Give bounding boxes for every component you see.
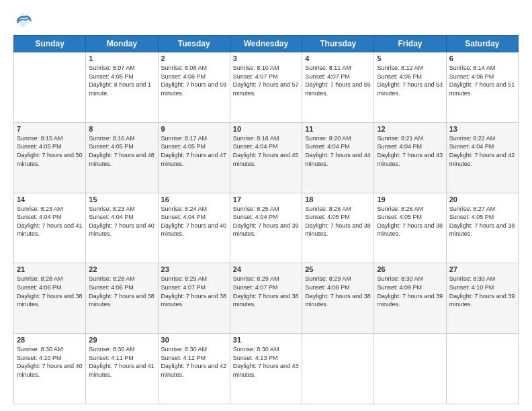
sunrise-text: Sunrise: 8:20 AM bbox=[305, 135, 351, 142]
daylight-text: Daylight: 7 hours and 40 minutes. bbox=[17, 363, 83, 378]
day-info: Sunrise: 8:10 AM Sunset: 4:07 PM Dayligh… bbox=[233, 64, 299, 97]
calendar-cell: 15 Sunrise: 8:23 AM Sunset: 4:04 PM Dayl… bbox=[86, 193, 158, 263]
day-info: Sunrise: 8:22 AM Sunset: 4:04 PM Dayligh… bbox=[449, 134, 515, 168]
daylight-text: Daylight: 7 hours and 38 minutes. bbox=[377, 222, 443, 238]
sunset-text: Sunset: 4:10 PM bbox=[17, 355, 62, 361]
sunrise-text: Sunrise: 8:26 AM bbox=[305, 205, 351, 212]
day-number: 23 bbox=[161, 265, 227, 273]
day-info: Sunrise: 8:15 AM Sunset: 4:05 PM Dayligh… bbox=[17, 134, 83, 168]
day-info: Sunrise: 8:29 AM Sunset: 4:07 PM Dayligh… bbox=[161, 275, 227, 308]
daylight-text: Daylight: 7 hours and 42 minutes. bbox=[449, 152, 515, 167]
day-number: 30 bbox=[161, 336, 227, 344]
calendar-cell: 17 Sunrise: 8:25 AM Sunset: 4:04 PM Dayl… bbox=[230, 193, 302, 263]
calendar-day-header: Tuesday bbox=[158, 36, 230, 52]
sunrise-text: Sunrise: 8:30 AM bbox=[17, 346, 63, 353]
sunrise-text: Sunrise: 8:12 AM bbox=[377, 64, 423, 71]
sunset-text: Sunset: 4:06 PM bbox=[89, 284, 134, 291]
calendar-cell: 26 Sunrise: 8:30 AM Sunset: 4:09 PM Dayl… bbox=[374, 263, 446, 334]
day-info: Sunrise: 8:26 AM Sunset: 4:05 PM Dayligh… bbox=[305, 205, 371, 238]
daylight-text: Daylight: 7 hours and 55 minutes. bbox=[305, 81, 371, 97]
sunset-text: Sunset: 4:04 PM bbox=[17, 214, 62, 220]
calendar-cell: 25 Sunrise: 8:29 AM Sunset: 4:08 PM Dayl… bbox=[302, 263, 374, 334]
day-info: Sunrise: 8:30 AM Sunset: 4:09 PM Dayligh… bbox=[377, 275, 443, 308]
day-number: 4 bbox=[305, 54, 371, 62]
calendar-week-row: 7 Sunrise: 8:15 AM Sunset: 4:05 PM Dayli… bbox=[14, 122, 519, 193]
sunrise-text: Sunrise: 8:28 AM bbox=[17, 275, 63, 282]
day-number: 26 bbox=[377, 265, 443, 273]
sunset-text: Sunset: 4:05 PM bbox=[377, 214, 422, 220]
daylight-text: Daylight: 7 hours and 44 minutes. bbox=[305, 152, 371, 167]
calendar-cell bbox=[302, 334, 374, 404]
calendar-cell: 19 Sunrise: 8:26 AM Sunset: 4:05 PM Dayl… bbox=[374, 193, 446, 263]
calendar-week-row: 28 Sunrise: 8:30 AM Sunset: 4:10 PM Dayl… bbox=[14, 334, 519, 404]
daylight-text: Daylight: 7 hours and 40 minutes. bbox=[89, 222, 154, 238]
calendar-cell: 31 Sunrise: 8:30 AM Sunset: 4:13 PM Dayl… bbox=[230, 334, 302, 404]
day-info: Sunrise: 8:08 AM Sunset: 4:08 PM Dayligh… bbox=[161, 64, 227, 97]
sunrise-text: Sunrise: 8:30 AM bbox=[233, 346, 279, 353]
calendar-cell bbox=[374, 334, 446, 404]
sunset-text: Sunset: 4:05 PM bbox=[17, 143, 62, 150]
day-info: Sunrise: 8:30 AM Sunset: 4:11 PM Dayligh… bbox=[89, 345, 154, 379]
day-info: Sunrise: 8:21 AM Sunset: 4:04 PM Dayligh… bbox=[377, 134, 443, 168]
sunset-text: Sunset: 4:04 PM bbox=[89, 214, 134, 220]
daylight-text: Daylight: 7 hours and 47 minutes. bbox=[161, 152, 227, 167]
sunset-text: Sunset: 4:08 PM bbox=[161, 73, 206, 80]
day-number: 29 bbox=[89, 336, 154, 344]
calendar-cell: 3 Sunrise: 8:10 AM Sunset: 4:07 PM Dayli… bbox=[230, 52, 302, 123]
calendar-cell: 23 Sunrise: 8:29 AM Sunset: 4:07 PM Dayl… bbox=[158, 263, 230, 334]
sunrise-text: Sunrise: 8:28 AM bbox=[89, 275, 135, 282]
calendar-cell: 13 Sunrise: 8:22 AM Sunset: 4:04 PM Dayl… bbox=[446, 122, 518, 193]
sunrise-text: Sunrise: 8:23 AM bbox=[17, 205, 63, 212]
day-number: 12 bbox=[377, 125, 443, 133]
day-info: Sunrise: 8:23 AM Sunset: 4:04 PM Dayligh… bbox=[89, 205, 154, 238]
day-info: Sunrise: 8:28 AM Sunset: 4:06 PM Dayligh… bbox=[89, 275, 154, 308]
day-info: Sunrise: 8:30 AM Sunset: 4:10 PM Dayligh… bbox=[17, 345, 83, 379]
day-info: Sunrise: 8:14 AM Sunset: 4:06 PM Dayligh… bbox=[449, 64, 515, 97]
calendar-cell: 24 Sunrise: 8:29 AM Sunset: 4:07 PM Dayl… bbox=[230, 263, 302, 334]
calendar-cell bbox=[446, 334, 518, 404]
calendar-cell: 12 Sunrise: 8:21 AM Sunset: 4:04 PM Dayl… bbox=[374, 122, 446, 193]
daylight-text: Daylight: 7 hours and 41 minutes. bbox=[17, 222, 83, 238]
day-number: 27 bbox=[449, 265, 515, 273]
daylight-text: Daylight: 7 hours and 38 minutes. bbox=[449, 222, 515, 238]
sunrise-text: Sunrise: 8:07 AM bbox=[89, 64, 135, 71]
daylight-text: Daylight: 7 hours and 39 minutes. bbox=[377, 293, 443, 308]
sunset-text: Sunset: 4:04 PM bbox=[377, 143, 422, 150]
day-number: 3 bbox=[233, 54, 299, 62]
day-number: 1 bbox=[89, 54, 154, 62]
daylight-text: Daylight: 7 hours and 41 minutes. bbox=[89, 363, 154, 378]
calendar-cell: 11 Sunrise: 8:20 AM Sunset: 4:04 PM Dayl… bbox=[302, 122, 374, 193]
sunset-text: Sunset: 4:11 PM bbox=[89, 355, 134, 361]
daylight-text: Daylight: 7 hours and 43 minutes. bbox=[377, 152, 443, 167]
calendar-cell: 6 Sunrise: 8:14 AM Sunset: 4:06 PM Dayli… bbox=[446, 52, 518, 123]
day-number: 8 bbox=[89, 125, 154, 133]
day-info: Sunrise: 8:29 AM Sunset: 4:08 PM Dayligh… bbox=[305, 275, 371, 308]
header bbox=[13, 11, 519, 30]
day-number: 16 bbox=[161, 195, 227, 203]
day-number: 13 bbox=[449, 125, 515, 133]
daylight-text: Daylight: 7 hours and 38 minutes. bbox=[17, 293, 83, 308]
sunset-text: Sunset: 4:06 PM bbox=[449, 73, 494, 80]
daylight-text: Daylight: 7 hours and 48 minutes. bbox=[89, 152, 154, 167]
sunrise-text: Sunrise: 8:29 AM bbox=[305, 275, 351, 282]
calendar-cell: 5 Sunrise: 8:12 AM Sunset: 4:06 PM Dayli… bbox=[374, 52, 446, 123]
daylight-text: Daylight: 7 hours and 43 minutes. bbox=[233, 363, 299, 378]
day-number: 5 bbox=[377, 54, 443, 62]
sunset-text: Sunset: 4:08 PM bbox=[89, 73, 134, 80]
calendar-cell: 27 Sunrise: 8:30 AM Sunset: 4:10 PM Dayl… bbox=[446, 263, 518, 334]
sunrise-text: Sunrise: 8:11 AM bbox=[305, 64, 351, 71]
sunrise-text: Sunrise: 8:27 AM bbox=[449, 205, 496, 212]
day-info: Sunrise: 8:16 AM Sunset: 4:05 PM Dayligh… bbox=[89, 134, 154, 168]
sunset-text: Sunset: 4:13 PM bbox=[233, 355, 278, 361]
sunrise-text: Sunrise: 8:30 AM bbox=[377, 275, 423, 282]
daylight-text: Daylight: 7 hours and 38 minutes. bbox=[233, 293, 299, 308]
day-info: Sunrise: 8:20 AM Sunset: 4:04 PM Dayligh… bbox=[305, 134, 371, 168]
day-info: Sunrise: 8:28 AM Sunset: 4:06 PM Dayligh… bbox=[17, 275, 83, 308]
calendar-cell: 18 Sunrise: 8:26 AM Sunset: 4:05 PM Dayl… bbox=[302, 193, 374, 263]
sunset-text: Sunset: 4:04 PM bbox=[161, 214, 206, 220]
sunset-text: Sunset: 4:07 PM bbox=[161, 284, 206, 291]
daylight-text: Daylight: 7 hours and 38 minutes. bbox=[305, 293, 371, 308]
sunrise-text: Sunrise: 8:25 AM bbox=[233, 205, 279, 212]
calendar-cell: 1 Sunrise: 8:07 AM Sunset: 4:08 PM Dayli… bbox=[86, 52, 158, 123]
daylight-text: Daylight: 7 hours and 57 minutes. bbox=[233, 81, 299, 97]
